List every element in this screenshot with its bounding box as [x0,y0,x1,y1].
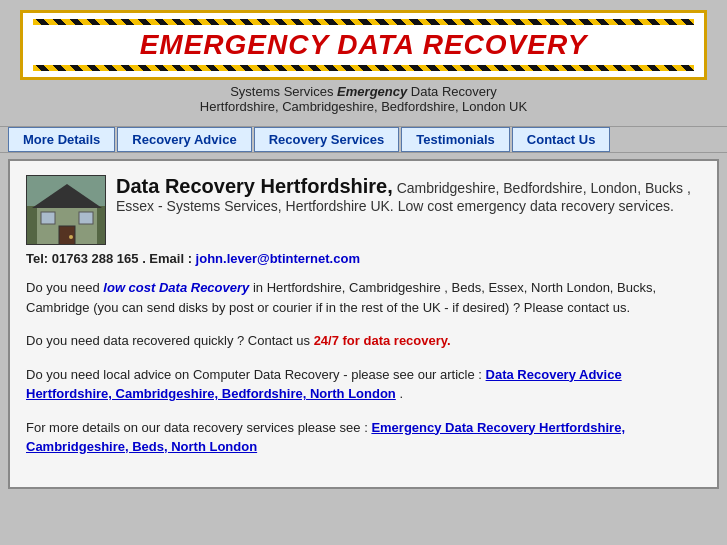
para3-pre: Do you need local advice on Computer Dat… [26,367,486,382]
title-block: Data Recovery Hertfordshire, Cambridgesh… [116,175,701,214]
house-image [26,175,106,245]
para4-pre: For more details on our data recovery se… [26,420,371,435]
para3-post: . [396,386,403,401]
contact-email-prefix: . Email : [139,251,196,266]
nav-recovery-services[interactable]: Recovery Services [254,127,400,152]
subheader-line1-pre: Systems Services [230,84,337,99]
subheader: Systems Services Emergency Data Recovery… [20,80,707,120]
nav-contact-us[interactable]: Contact Us [512,127,611,152]
nav-bar: More Details Recovery Advice Recovery Se… [0,126,727,153]
header-banner: EMERGENCY DATA RECOVERY [20,10,707,80]
para2-pre: Do you need data recovered quickly ? Con… [26,333,314,348]
para1: Do you need low cost Data Recovery in He… [26,278,701,317]
contact-line: Tel: 01763 288 165 . Email : john.lever@… [26,251,701,266]
subheader-line1-post: Data Recovery [407,84,497,99]
para2: Do you need data recovered quickly ? Con… [26,331,701,351]
nav-testimonials[interactable]: Testimonials [401,127,510,152]
svg-point-7 [69,235,73,239]
contact-tel: Tel: 01763 288 165 [26,251,139,266]
para4: For more details on our data recovery se… [26,418,701,457]
svg-rect-4 [41,212,55,224]
para2-highlight: 24/7 for data recovery. [314,333,451,348]
main-content: Data Recovery Hertfordshire, Cambridgesh… [8,159,719,489]
nav-recovery-advice[interactable]: Recovery Advice [117,127,251,152]
para3: Do you need local advice on Computer Dat… [26,365,701,404]
para1-pre: Do you need [26,280,103,295]
banner-title: EMERGENCY DATA RECOVERY [33,25,694,65]
subheader-italic: Emergency [337,84,407,99]
svg-rect-5 [79,212,93,224]
page-title: Data Recovery Hertfordshire, [116,175,393,197]
content-header: Data Recovery Hertfordshire, Cambridgesh… [26,175,701,245]
nav-more-details[interactable]: More Details [8,127,115,152]
para1-highlight: low cost Data Recovery [103,280,249,295]
contact-email-link[interactable]: john.lever@btinternet.com [196,251,360,266]
svg-rect-6 [59,226,75,245]
header-outer: EMERGENCY DATA RECOVERY Systems Services… [0,0,727,126]
main-outer: Data Recovery Hertfordshire, Cambridgesh… [0,153,727,499]
subheader-line2: Hertfordshire, Cambridgeshire, Bedfordsh… [200,99,527,114]
